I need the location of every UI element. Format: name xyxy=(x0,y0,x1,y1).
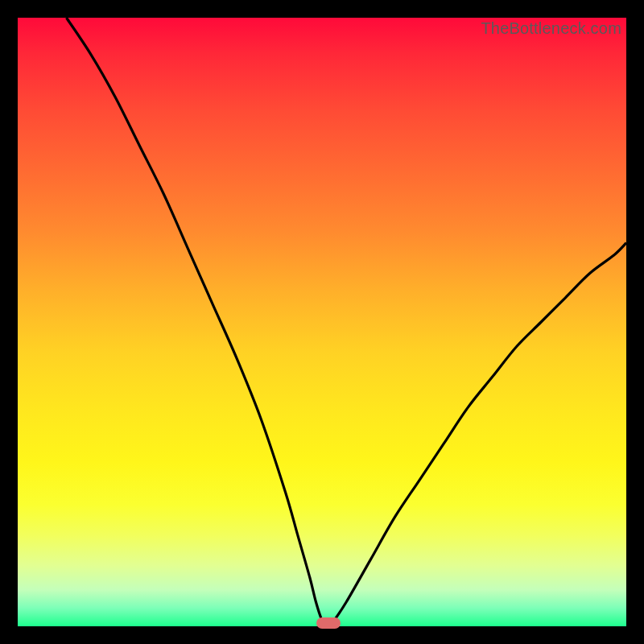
chart-frame: TheBottleneck.com xyxy=(0,0,644,644)
plot-area: TheBottleneck.com xyxy=(18,18,626,626)
bottleneck-curve xyxy=(18,18,626,626)
optimal-point-marker xyxy=(316,617,341,629)
curve-path xyxy=(66,18,626,626)
